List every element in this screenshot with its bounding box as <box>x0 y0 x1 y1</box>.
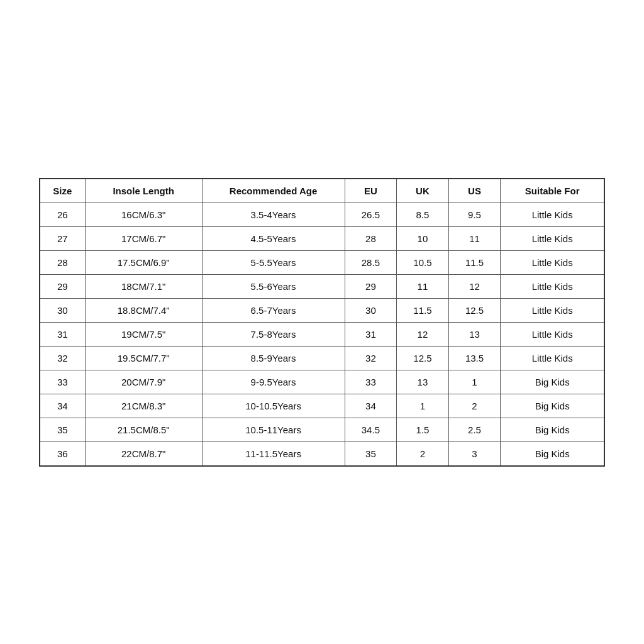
cell-insole: 17CM/6.7" <box>85 226 202 250</box>
cell-us: 13.5 <box>448 346 501 370</box>
header-size: Size <box>40 179 85 203</box>
cell-uk: 12 <box>397 322 449 346</box>
table-row: 2616CM/6.3"3.5-4Years26.58.59.5Little Ki… <box>40 203 604 226</box>
header-insole: Insole Length <box>85 179 202 203</box>
cell-uk: 1 <box>397 394 449 418</box>
cell-suitable: Big Kids <box>501 394 604 418</box>
header-suitable: Suitable For <box>501 179 604 203</box>
cell-suitable: Little Kids <box>501 322 604 346</box>
cell-insole: 16CM/6.3" <box>85 203 202 226</box>
cell-size: 33 <box>40 370 85 394</box>
cell-uk: 13 <box>397 370 449 394</box>
cell-eu: 34 <box>345 394 397 418</box>
cell-age: 3.5-4Years <box>202 203 345 226</box>
size-chart-table: Size Insole Length Recommended Age EU UK… <box>39 178 605 467</box>
cell-uk: 8.5 <box>397 203 449 226</box>
table-row: 3219.5CM/7.7"8.5-9Years3212.513.5Little … <box>40 346 604 370</box>
cell-insole: 22CM/8.7" <box>85 441 202 466</box>
cell-us: 13 <box>448 322 501 346</box>
cell-us: 12.5 <box>448 298 501 322</box>
table-row: 3119CM/7.5"7.5-8Years311213Little Kids <box>40 322 604 346</box>
cell-size: 36 <box>40 441 85 466</box>
size-chart-container: Size Insole Length Recommended Age EU UK… <box>39 178 605 467</box>
cell-us: 3 <box>448 441 501 466</box>
cell-suitable: Little Kids <box>501 346 604 370</box>
cell-suitable: Little Kids <box>501 203 604 226</box>
cell-eu: 34.5 <box>345 418 397 441</box>
cell-suitable: Little Kids <box>501 274 604 298</box>
cell-uk: 11 <box>397 274 449 298</box>
cell-eu: 32 <box>345 346 397 370</box>
cell-us: 2.5 <box>448 418 501 441</box>
table-header-row: Size Insole Length Recommended Age EU UK… <box>40 179 604 203</box>
cell-uk: 2 <box>397 441 449 466</box>
cell-uk: 11.5 <box>397 298 449 322</box>
cell-insole: 21.5CM/8.5" <box>85 418 202 441</box>
cell-suitable: Little Kids <box>501 226 604 250</box>
cell-uk: 10 <box>397 226 449 250</box>
table-row: 3421CM/8.3"10-10.5Years3412Big Kids <box>40 394 604 418</box>
cell-age: 6.5-7Years <box>202 298 345 322</box>
cell-insole: 21CM/8.3" <box>85 394 202 418</box>
table-row: 3622CM/8.7"11-11.5Years3523Big Kids <box>40 441 604 466</box>
cell-insole: 19CM/7.5" <box>85 322 202 346</box>
cell-age: 11-11.5Years <box>202 441 345 466</box>
cell-us: 11.5 <box>448 250 501 274</box>
header-eu: EU <box>345 179 397 203</box>
cell-eu: 35 <box>345 441 397 466</box>
table-row: 3521.5CM/8.5"10.5-11Years34.51.52.5Big K… <box>40 418 604 441</box>
header-us: US <box>448 179 501 203</box>
cell-size: 35 <box>40 418 85 441</box>
cell-insole: 20CM/7.9" <box>85 370 202 394</box>
header-age: Recommended Age <box>202 179 345 203</box>
cell-eu: 26.5 <box>345 203 397 226</box>
cell-insole: 18.8CM/7.4" <box>85 298 202 322</box>
cell-us: 11 <box>448 226 501 250</box>
table-row: 2717CM/6.7"4.5-5Years281011Little Kids <box>40 226 604 250</box>
cell-eu: 28 <box>345 226 397 250</box>
cell-suitable: Little Kids <box>501 250 604 274</box>
cell-us: 12 <box>448 274 501 298</box>
cell-eu: 30 <box>345 298 397 322</box>
cell-us: 1 <box>448 370 501 394</box>
cell-age: 10-10.5Years <box>202 394 345 418</box>
cell-size: 31 <box>40 322 85 346</box>
cell-suitable: Little Kids <box>501 298 604 322</box>
table-row: 3018.8CM/7.4"6.5-7Years3011.512.5Little … <box>40 298 604 322</box>
cell-uk: 1.5 <box>397 418 449 441</box>
cell-size: 29 <box>40 274 85 298</box>
cell-uk: 10.5 <box>397 250 449 274</box>
cell-eu: 33 <box>345 370 397 394</box>
cell-insole: 18CM/7.1" <box>85 274 202 298</box>
table-row: 2817.5CM/6.9"5-5.5Years28.510.511.5Littl… <box>40 250 604 274</box>
cell-insole: 17.5CM/6.9" <box>85 250 202 274</box>
cell-eu: 29 <box>345 274 397 298</box>
cell-us: 9.5 <box>448 203 501 226</box>
cell-eu: 28.5 <box>345 250 397 274</box>
cell-eu: 31 <box>345 322 397 346</box>
table-row: 2918CM/7.1"5.5-6Years291112Little Kids <box>40 274 604 298</box>
cell-age: 4.5-5Years <box>202 226 345 250</box>
cell-size: 28 <box>40 250 85 274</box>
cell-size: 34 <box>40 394 85 418</box>
cell-age: 7.5-8Years <box>202 322 345 346</box>
cell-size: 32 <box>40 346 85 370</box>
cell-age: 5-5.5Years <box>202 250 345 274</box>
header-uk: UK <box>397 179 449 203</box>
cell-suitable: Big Kids <box>501 370 604 394</box>
cell-us: 2 <box>448 394 501 418</box>
cell-age: 5.5-6Years <box>202 274 345 298</box>
cell-insole: 19.5CM/7.7" <box>85 346 202 370</box>
cell-size: 30 <box>40 298 85 322</box>
cell-age: 9-9.5Years <box>202 370 345 394</box>
cell-age: 10.5-11Years <box>202 418 345 441</box>
cell-size: 26 <box>40 203 85 226</box>
table-row: 3320CM/7.9"9-9.5Years33131Big Kids <box>40 370 604 394</box>
cell-suitable: Big Kids <box>501 441 604 466</box>
cell-uk: 12.5 <box>397 346 449 370</box>
cell-size: 27 <box>40 226 85 250</box>
cell-age: 8.5-9Years <box>202 346 345 370</box>
cell-suitable: Big Kids <box>501 418 604 441</box>
